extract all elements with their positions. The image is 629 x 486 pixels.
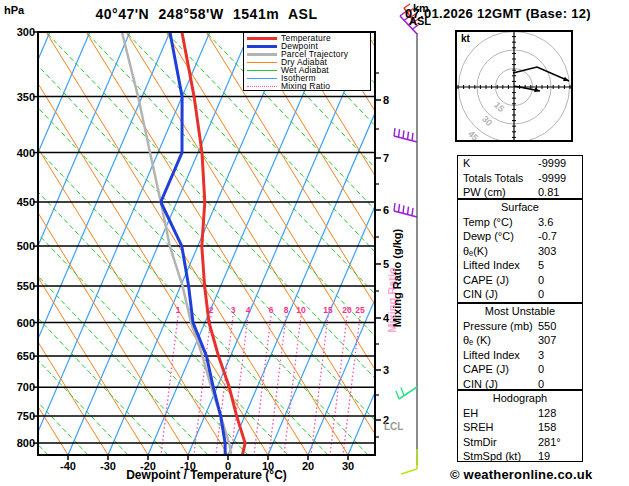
- wind-barb: [401, 449, 417, 474]
- legend-line-sample: [247, 37, 277, 40]
- panel-row: StmDir281°: [458, 435, 582, 450]
- pressure-tick-label: 350: [17, 91, 35, 103]
- legend-line-sample: [247, 45, 277, 48]
- sounding-page: 300350400450500550600650700750800-40-30-…: [0, 0, 629, 486]
- panel-row-value: 5: [538, 258, 544, 273]
- wind-barb-feather: [394, 203, 395, 211]
- pressure-tick-label: 450: [17, 196, 35, 208]
- wind-barb-feather: [394, 128, 395, 136]
- mixing-ratio-value-label: 1: [176, 305, 181, 315]
- hodograph-plot: 153045: [457, 32, 571, 140]
- panel-row: Totals Totals-9999: [458, 171, 582, 186]
- page-title: 40°47'N 248°58'W 1541m ASL: [38, 6, 375, 22]
- legend-line-sample: [247, 86, 277, 87]
- panel-row: K-9999: [458, 156, 582, 171]
- wind-barb-feather: [401, 469, 417, 474]
- panel-group-hodograph: HodographEH128SREH158StmDir281°StmSpd (k…: [457, 390, 583, 462]
- panel-row-value: 303: [538, 244, 556, 259]
- pressure-unit-label: hPa: [4, 4, 24, 16]
- legend-line-sample: [247, 70, 277, 71]
- copyright-label: © weatheronline.co.uk: [450, 467, 592, 482]
- lcl-label: LCL: [384, 421, 403, 432]
- wind-barb-feather: [403, 205, 404, 213]
- wind-barb-feather: [399, 129, 400, 137]
- mixing-ratio-axis-title: Mixing Ratio (g/kg): [391, 229, 403, 327]
- panel-row: CAPE (J)0: [458, 273, 582, 288]
- panel-row-label: CIN (J): [463, 378, 498, 390]
- wind-barb: [394, 128, 417, 142]
- panel-row: PW (cm)0.81: [458, 185, 582, 200]
- legend-line-sample: [247, 53, 277, 56]
- mixing-ratio-value-label: 20: [342, 305, 352, 315]
- legend-item-label: Mixing Ratio: [281, 82, 330, 90]
- pressure-tick-label: 650: [17, 350, 35, 362]
- panel-row: CAPE (J)0: [458, 362, 582, 377]
- height-unit-km-label: km: [413, 2, 429, 14]
- hodograph-ring-label: 45: [466, 129, 480, 140]
- panel-row-value: 158: [538, 420, 556, 435]
- wind-barb-feather: [408, 207, 409, 215]
- panel-row: StmSpd (kt)19: [458, 449, 582, 464]
- panel-row-value: -9999: [538, 171, 566, 186]
- legend-line-sample: [247, 62, 277, 63]
- panel-row-label: Lifted Index: [463, 349, 520, 361]
- km-tick-label: 3: [383, 364, 389, 376]
- pressure-tick-label: 300: [17, 26, 35, 38]
- mixing-ratio-value-label: 3: [231, 305, 236, 315]
- mixing-ratio-value-label: 4: [246, 305, 251, 315]
- panel-row-value: 19: [538, 449, 550, 464]
- wind-barb-shaft: [394, 211, 417, 217]
- panel-group-indices: K-9999Totals Totals-9999PW (cm)0.81: [457, 155, 583, 199]
- panel-group-header: Most Unstable: [458, 304, 582, 319]
- legend-item: Mixing Ratio: [244, 82, 370, 90]
- panel-row-label: Pressure (mb): [463, 320, 533, 332]
- panel-row-value: 281°: [538, 435, 561, 450]
- wind-barb: [394, 203, 417, 217]
- wind-barb-feather: [412, 133, 413, 141]
- hodograph-unit-label: kt: [461, 33, 470, 44]
- hodograph-box: 153045: [455, 30, 573, 142]
- panel-group-most-unstable: Most UnstablePressure (mb)550θₑ (K)307Li…: [457, 303, 583, 390]
- pressure-tick-label: 750: [17, 410, 35, 422]
- hodograph-ring-label: 30: [480, 114, 494, 128]
- panel-row-value: 0: [538, 377, 544, 392]
- panel-row-value: 0.81: [538, 185, 559, 200]
- wet-adiabat-line: [0, 32, 8, 455]
- panel-row: CIN (J)0: [458, 287, 582, 302]
- km-tick-label: 7: [383, 152, 389, 164]
- legend-box: TemperatureDewpointParcel TrajectoryDry …: [243, 32, 371, 91]
- panel-row-label: StmDir: [463, 436, 497, 448]
- panel-row-value: 307: [538, 333, 556, 348]
- panel-row-label: Dewp (°C): [463, 230, 514, 242]
- panel-group-surface: SurfaceTemp (°C)3.6Dewp (°C)-0.7θₑ(K)303…: [457, 199, 583, 303]
- hodograph-ring-label: 15: [492, 100, 506, 114]
- panel-group-header: Surface: [458, 200, 582, 215]
- wind-barb-shaft: [394, 136, 417, 142]
- pressure-tick-label: 600: [17, 317, 35, 329]
- mixing-ratio-value-label: 2: [209, 305, 214, 315]
- panel-row-label: CAPE (J): [463, 274, 509, 286]
- wind-barb: [396, 387, 417, 399]
- panel-row-label: SREH: [463, 421, 494, 433]
- panel-row-label: StmSpd (kt): [463, 450, 521, 462]
- panel-row-label: PW (cm): [463, 186, 506, 198]
- panel-group-header: Hodograph: [458, 391, 582, 406]
- panel-row: Temp (°C)3.6: [458, 215, 582, 230]
- legend-line-sample: [247, 78, 277, 79]
- hodograph-trace-upper: [513, 67, 569, 81]
- x-axis-title: Dewpoint / Temperature (°C): [38, 468, 375, 482]
- isotherm-line: [0, 32, 10, 455]
- mixing-ratio-value-label: 15: [323, 305, 333, 315]
- panel-row-value: 0: [538, 273, 544, 288]
- pressure-tick-label: 800: [17, 437, 35, 449]
- panel-row-label: EH: [463, 407, 478, 419]
- mixing-ratio-value-label: 8: [284, 305, 289, 315]
- panel-row: θₑ (K)307: [458, 333, 582, 348]
- panel-row-label: Temp (°C): [463, 216, 513, 228]
- panel-row-value: -0.7: [538, 229, 557, 244]
- height-unit-asl-label: ASL: [409, 15, 431, 27]
- km-tick-label: 6: [383, 204, 389, 216]
- wind-barb-feather: [412, 208, 413, 216]
- panel-row: Lifted Index5: [458, 258, 582, 273]
- pressure-tick-label: 700: [17, 381, 35, 393]
